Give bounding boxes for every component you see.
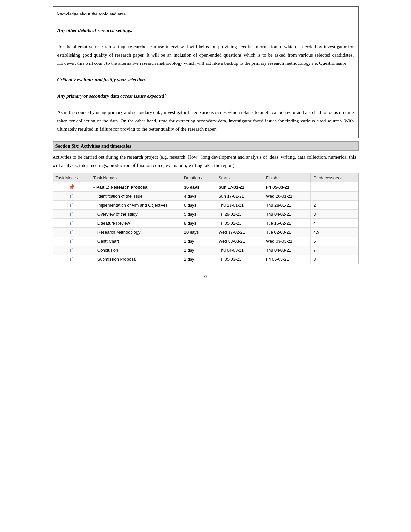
table-body: 📌– Part 1: Research Proposal36 daysSun 1… [53,182,358,264]
table-row: 🗓Implementation of Aim and Objectives6 d… [53,201,358,210]
task-finish-cell: Thu 04-02-21 [263,210,311,219]
table-row: 🗓Research Methodology10 daysWed 17-02-21… [53,228,358,237]
col-header-mode[interactable]: Task Mode [53,173,91,182]
para-research-settings: For the alternative research setting, re… [57,43,354,68]
task-start-cell: Sun 17-01-21 [216,182,263,192]
col-header-duration[interactable]: Duration [181,173,216,182]
task-name-cell: Overview of the study [91,210,181,219]
task-duration-cell: 5 days [181,210,216,219]
summary-icon: 📌 [69,184,75,189]
section-six-heading: Section Six: Activities and timescales [53,141,359,151]
task-mode-cell: 🗓 [53,219,91,228]
para-data-issues: As in the course by using primary and se… [57,109,354,133]
task-duration-cell: 36 days [181,182,216,192]
task-icon: 🗓 [69,202,74,208]
col-header-finish[interactable]: Finish [263,173,311,182]
task-name-cell: Research Methodology [91,228,181,237]
task-duration-cell: 8 days [181,219,216,228]
col-header-start[interactable]: Start [216,173,263,182]
task-start-cell: Wed 03-03-21 [216,237,263,246]
task-predecessors-cell: 7 [311,246,358,255]
task-predecessors-cell: 3 [311,210,358,219]
table-row: 🗓Overview of the study5 daysFri 29-01-21… [53,210,358,219]
table-row: 🗓Literature Review8 daysFri 05-02-21Tue … [53,219,358,228]
task-mode-cell: 🗓 [53,246,91,255]
task-predecessors-cell [311,192,358,201]
task-finish-cell: Tue 02-03-21 [263,228,311,237]
task-table: Task Mode Task Name Duration Start Finis… [53,173,358,264]
activities-description: Activities to be carried out during the … [53,153,359,170]
table-row: 🗓Gantt Chart1 dayWed 03-03-21Wed 03-03-2… [53,237,358,246]
task-start-cell: Fri 05-03-21 [216,255,263,264]
table-row: 🗓Submission Proposal1 dayFri 05-03-21Fri… [53,255,358,264]
task-name-cell: Implementation of Aim and Objectives [91,201,181,210]
task-finish-cell: Wed 20-01-21 [263,192,311,201]
task-icon: 🗓 [69,229,74,235]
task-duration-cell: 1 day [181,237,216,246]
top-border-box: knowledge about the topic and area. Any … [53,6,359,138]
task-name-cell: – Part 1: Research Proposal [91,182,181,192]
task-duration-cell: 4 days [181,192,216,201]
task-icon: 🗓 [69,220,74,226]
task-name-cell: Literature Review [91,219,181,228]
task-duration-cell: 1 day [181,246,216,255]
task-mode-cell: 🗓 [53,255,91,264]
heading-data-issues: Any primary or secondary data access iss… [57,92,354,101]
table-row: 🗓Identifcation of the issue4 daysSun 17-… [53,192,358,201]
task-name-cell: Gantt Chart [91,237,181,246]
table-row: 🗓Conclusion1 dayThu 04-03-21Thu 04-03-21… [53,246,358,255]
task-start-cell: Sun 17-01-21 [216,192,263,201]
heading-data-issues-text: Any primary or secondary data access iss… [57,93,167,99]
task-name-cell: Identifcation of the issue [91,192,181,201]
task-finish-cell: Thu 04-03-21 [263,246,311,255]
task-predecessors-cell: 4 [311,219,358,228]
task-start-cell: Wed 17-02-21 [216,228,263,237]
page-number: 6 [53,274,359,279]
task-finish-cell: Fri 05-03-21 [263,182,311,192]
task-name-cell: Conclusion [91,246,181,255]
task-predecessors-cell: 8 [311,255,358,264]
task-duration-cell: 10 days [181,228,216,237]
task-mode-cell: 🗓 [53,192,91,201]
task-predecessors-cell: 6 [311,237,358,246]
task-icon: 🗓 [69,247,74,253]
task-start-cell: Thu 04-03-21 [216,246,263,255]
heading-critically-text: Critically evaluate and justify your sel… [57,77,146,82]
task-icon: 🗓 [69,211,74,217]
knowledge-text: knowledge about the topic and area. [57,10,354,18]
task-start-cell: Thu 21-01-21 [216,201,263,210]
task-finish-cell: Thu 28-01-21 [263,201,311,210]
task-mode-cell: 🗓 [53,228,91,237]
heading-research-settings: Any other details of research settings. [57,26,354,35]
task-mode-cell: 🗓 [53,237,91,246]
task-mode-cell: 📌 [53,182,91,192]
task-icon: 🗓 [69,256,74,262]
task-finish-cell: Tue 16-02-21 [263,219,311,228]
task-finish-cell: Wed 03-03-21 [263,237,311,246]
task-name-cell: Submission Proposal [91,255,181,264]
task-predecessors-cell: 2 [311,201,358,210]
task-duration-cell: 6 days [181,201,216,210]
task-table-wrapper: Task Mode Task Name Duration Start Finis… [53,173,359,264]
task-duration-cell: 1 day [181,255,216,264]
task-mode-cell: 🗓 [53,210,91,219]
task-start-cell: Fri 29-01-21 [216,210,263,219]
activities-para: Activities to be carried out during the … [53,153,359,170]
heading-research-settings-text: Any other details of research settings. [57,28,132,33]
table-header-row: Task Mode Task Name Duration Start Finis… [53,173,358,182]
page-container: knowledge about the topic and area. Any … [53,6,359,279]
task-icon: 🗓 [69,193,74,199]
task-predecessors-cell [311,182,358,192]
task-icon: 🗓 [69,238,74,244]
task-start-cell: Fri 05-02-21 [216,219,263,228]
task-predecessors-cell: 4,5 [311,228,358,237]
task-finish-cell: Fri 05-03-21 [263,255,311,264]
heading-critically: Critically evaluate and justify your sel… [57,76,354,84]
table-row: 📌– Part 1: Research Proposal36 daysSun 1… [53,182,358,192]
col-header-predecessors[interactable]: Predecessors [311,173,358,182]
task-mode-cell: 🗓 [53,201,91,210]
col-header-taskname[interactable]: Task Name [91,173,181,182]
